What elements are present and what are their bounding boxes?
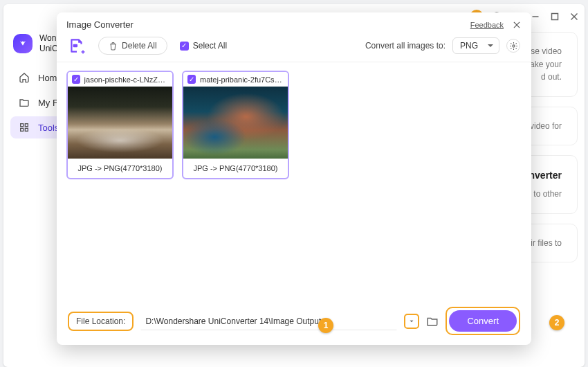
select-all-checkbox[interactable]: ✓ Select All bbox=[180, 41, 227, 51]
svg-rect-11 bbox=[25, 124, 28, 127]
convert-all-label: Convert all images to: bbox=[365, 41, 445, 51]
image-filename: matej-pribanic-2fu7CskIT... bbox=[200, 75, 284, 84]
select-all-label: Select All bbox=[193, 41, 227, 51]
modal-footer: File Location: D:\Wondershare UniConvert… bbox=[57, 297, 531, 345]
step-badge-1: 1 bbox=[318, 318, 333, 333]
svg-rect-12 bbox=[21, 128, 24, 131]
folder-icon bbox=[19, 97, 30, 108]
svg-point-18 bbox=[512, 44, 514, 46]
grid-icon bbox=[19, 122, 30, 133]
svg-rect-13 bbox=[25, 128, 28, 131]
trash-icon bbox=[109, 42, 118, 51]
brand-logo-icon bbox=[13, 34, 33, 53]
modal-title: Image Converter bbox=[66, 19, 134, 30]
delete-all-label: Delete All bbox=[122, 41, 157, 51]
nav-tools-label: Tools bbox=[38, 123, 59, 133]
path-dropdown-icon[interactable] bbox=[404, 314, 419, 329]
svg-rect-16 bbox=[73, 44, 78, 47]
convert-button[interactable]: Convert bbox=[449, 310, 517, 332]
image-thumbnail bbox=[68, 87, 172, 159]
modal-toolbar: Delete All ✓ Select All Convert all imag… bbox=[57, 37, 531, 62]
file-location-label: File Location: bbox=[68, 312, 134, 331]
image-card[interactable]: ✓ matej-pribanic-2fu7CskIT... JPG -> PNG… bbox=[182, 71, 289, 179]
thumbnail-grid: ✓ jason-pischke-c-LNzZxJtZ... JPG -> PNG… bbox=[57, 62, 531, 297]
image-thumbnail bbox=[183, 87, 288, 159]
settings-icon[interactable] bbox=[506, 39, 520, 53]
step-badge-2: 2 bbox=[549, 315, 564, 330]
svg-rect-10 bbox=[21, 124, 24, 127]
image-format-info: JPG -> PNG(4770*3180) bbox=[183, 159, 288, 178]
file-location-path[interactable]: D:\Wondershare UniConverter 14\Image Out… bbox=[140, 312, 397, 330]
svg-rect-7 bbox=[552, 14, 558, 20]
image-filename: jason-pischke-c-LNzZxJtZ... bbox=[84, 75, 168, 84]
modal-header: Image Converter Feedback bbox=[57, 12, 531, 37]
feedback-link[interactable]: Feedback bbox=[470, 21, 504, 29]
format-select[interactable]: PNG bbox=[452, 37, 499, 54]
image-converter-modal: Image Converter Feedback Delete All ✓ Se… bbox=[57, 12, 531, 345]
delete-all-button[interactable]: Delete All bbox=[98, 37, 167, 55]
convert-button-highlight: Convert bbox=[445, 307, 520, 335]
checkbox-checked-icon[interactable]: ✓ bbox=[187, 75, 196, 84]
image-format-info: JPG -> PNG(4770*3180) bbox=[68, 159, 172, 178]
close-icon[interactable] bbox=[512, 20, 522, 30]
checkbox-checked-icon: ✓ bbox=[180, 42, 189, 51]
browse-folder-icon[interactable] bbox=[426, 315, 439, 328]
home-icon bbox=[19, 72, 30, 83]
image-card[interactable]: ✓ jason-pischke-c-LNzZxJtZ... JPG -> PNG… bbox=[66, 71, 174, 179]
close-icon[interactable] bbox=[568, 10, 580, 23]
maximize-icon[interactable] bbox=[549, 10, 561, 23]
add-image-icon[interactable] bbox=[68, 37, 86, 55]
checkbox-checked-icon[interactable]: ✓ bbox=[72, 75, 80, 84]
